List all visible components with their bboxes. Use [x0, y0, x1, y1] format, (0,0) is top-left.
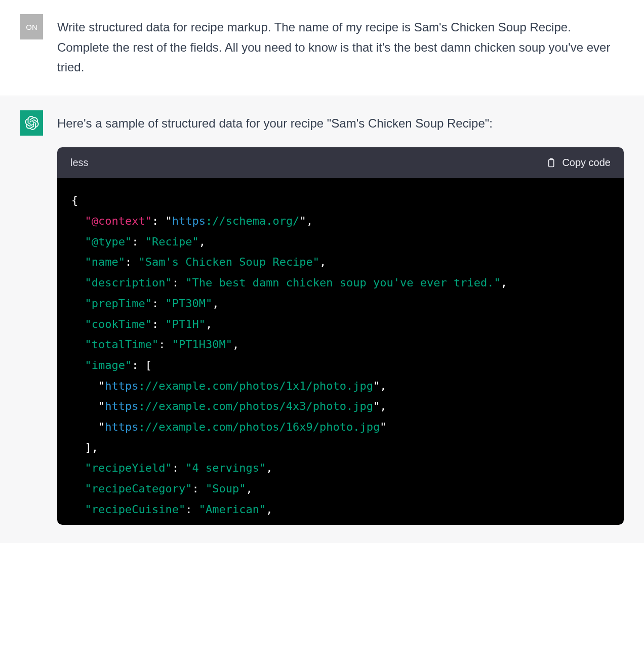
openai-logo-icon — [25, 116, 39, 130]
user-avatar: ON — [20, 14, 43, 39]
assistant-avatar — [20, 110, 43, 136]
code-block-header: less Copy code — [57, 147, 624, 178]
svg-rect-0 — [549, 159, 554, 166]
assistant-message: Here's a sample of structured data for y… — [0, 96, 644, 544]
copy-code-button[interactable]: Copy code — [546, 154, 611, 171]
assistant-message-body: Here's a sample of structured data for y… — [57, 110, 624, 525]
code-block: less Copy code { "@context": "https://sc… — [57, 147, 624, 525]
code-content[interactable]: { "@context": "https://schema.org/", "@t… — [57, 178, 624, 525]
assistant-intro-text: Here's a sample of structured data for y… — [57, 113, 624, 134]
code-language-label: less — [70, 154, 89, 171]
clipboard-icon — [546, 157, 556, 169]
user-message-text: Write structured data for recipe markup.… — [57, 14, 624, 77]
user-avatar-label: ON — [26, 23, 37, 31]
user-message: ON Write structured data for recipe mark… — [0, 0, 644, 96]
copy-code-label: Copy code — [562, 154, 611, 171]
